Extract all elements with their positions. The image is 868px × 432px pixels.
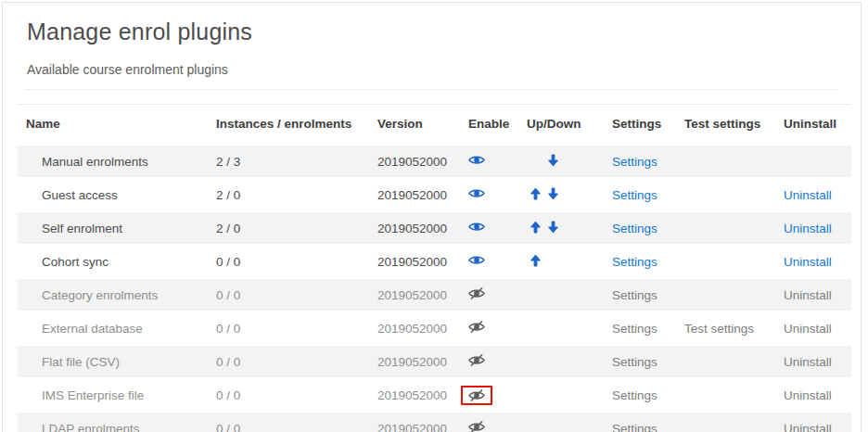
version-number: 2019052000 bbox=[377, 155, 447, 169]
column-header-testsettings: Test settings bbox=[684, 104, 784, 145]
plugin-name: Flat file (CSV) bbox=[42, 355, 120, 369]
plugin-name: Manual enrolments bbox=[42, 155, 148, 169]
plugin-name: Guest access bbox=[42, 188, 118, 202]
column-header-uninstall: Uninstall bbox=[784, 104, 851, 145]
arrow-up-icon[interactable] bbox=[530, 254, 542, 267]
instances-count: 0 / 0 bbox=[216, 322, 240, 336]
column-header-updown: Up/Down bbox=[527, 104, 612, 145]
settings-link[interactable]: Settings bbox=[612, 355, 657, 369]
uninstall-link[interactable]: Uninstall bbox=[784, 188, 832, 202]
version-number: 2019052000 bbox=[377, 322, 447, 336]
divider bbox=[25, 89, 838, 90]
version-number: 2019052000 bbox=[377, 388, 447, 402]
eye-slash-icon[interactable] bbox=[468, 389, 485, 401]
plugin-name: Self enrolment bbox=[42, 222, 122, 235]
uninstall-link[interactable]: Uninstall bbox=[784, 255, 832, 269]
plugin-name: LDAP enrolments bbox=[42, 422, 140, 432]
column-header-name: Name bbox=[18, 104, 216, 145]
eye-slash-icon[interactable] bbox=[468, 321, 485, 333]
settings-link[interactable]: Settings bbox=[612, 288, 657, 302]
plugin-name: Category enrolments bbox=[42, 288, 158, 302]
settings-link[interactable]: Settings bbox=[612, 188, 657, 202]
instances-count: 2 / 0 bbox=[216, 188, 240, 202]
settings-link[interactable]: Settings bbox=[612, 255, 657, 269]
version-number: 2019052000 bbox=[377, 355, 447, 369]
table-row: External database0 / 02019052000 Setting… bbox=[18, 311, 851, 345]
instances-count: 0 / 0 bbox=[216, 422, 240, 432]
eye-slash-icon[interactable] bbox=[468, 287, 485, 299]
instances-count: 2 / 3 bbox=[216, 155, 240, 169]
instances-count: 0 / 0 bbox=[216, 255, 240, 269]
highlight-box bbox=[461, 386, 492, 405]
version-number: 2019052000 bbox=[377, 422, 447, 432]
arrow-up-icon[interactable] bbox=[530, 221, 542, 234]
settings-link[interactable]: Settings bbox=[612, 422, 657, 432]
uninstall-link[interactable]: Uninstall bbox=[784, 288, 832, 302]
plugin-name: IMS Enterprise file bbox=[42, 388, 144, 402]
arrow-up-icon[interactable] bbox=[530, 187, 542, 200]
page-title: Manage enrol plugins bbox=[27, 17, 838, 46]
eye-icon[interactable] bbox=[468, 254, 485, 266]
table-row: LDAP enrolments0 / 02019052000 SettingsU… bbox=[18, 412, 851, 432]
settings-link[interactable]: Settings bbox=[612, 222, 657, 235]
test-settings-link[interactable]: Test settings bbox=[684, 322, 754, 336]
uninstall-link[interactable]: Uninstall bbox=[784, 355, 832, 369]
column-header-settings: Settings bbox=[612, 104, 684, 145]
settings-link[interactable]: Settings bbox=[612, 322, 657, 336]
arrow-down-icon[interactable] bbox=[547, 187, 559, 200]
content-card: Manage enrol plugins Available course en… bbox=[2, 2, 862, 432]
eye-icon[interactable] bbox=[468, 221, 485, 233]
column-header-instances: Instances / enrolments bbox=[216, 104, 377, 145]
eye-icon[interactable] bbox=[468, 187, 485, 199]
page-subtitle: Available course enrolment plugins bbox=[27, 61, 838, 80]
arrow-down-icon[interactable] bbox=[547, 221, 559, 234]
enrol-plugins-table: NameInstances / enrolmentsVersionEnableU… bbox=[18, 104, 851, 432]
table-header-row: NameInstances / enrolmentsVersionEnableU… bbox=[18, 104, 851, 145]
table-row: Guest access2 / 02019052000 SettingsUnin… bbox=[18, 178, 851, 211]
eye-slash-icon[interactable] bbox=[468, 354, 485, 366]
uninstall-link[interactable]: Uninstall bbox=[784, 222, 832, 235]
version-number: 2019052000 bbox=[377, 288, 447, 302]
column-header-enable: Enable bbox=[468, 104, 527, 145]
eye-slash-icon[interactable] bbox=[468, 421, 485, 432]
plugin-name: External database bbox=[42, 322, 143, 336]
version-number: 2019052000 bbox=[377, 222, 447, 235]
version-number: 2019052000 bbox=[377, 188, 447, 202]
arrow-down-icon[interactable] bbox=[547, 154, 559, 167]
settings-link[interactable]: Settings bbox=[612, 155, 657, 169]
uninstall-link[interactable]: Uninstall bbox=[784, 422, 832, 432]
uninstall-link[interactable]: Uninstall bbox=[784, 322, 832, 336]
table-row: Flat file (CSV)0 / 02019052000 SettingsU… bbox=[18, 345, 851, 378]
plugin-name: Cohort sync bbox=[42, 255, 108, 269]
table-row: Manual enrolments2 / 32019052000 Setting… bbox=[18, 145, 851, 178]
instances-count: 0 / 0 bbox=[216, 388, 240, 402]
table-row: IMS Enterprise file0 / 02019052000 Setti… bbox=[18, 378, 851, 412]
version-number: 2019052000 bbox=[377, 255, 447, 269]
table-row: Self enrolment2 / 02019052000 SettingsUn… bbox=[18, 211, 851, 245]
eye-icon[interactable] bbox=[468, 154, 485, 166]
settings-link[interactable]: Settings bbox=[612, 388, 657, 402]
table-row: Category enrolments0 / 02019052000 Setti… bbox=[18, 278, 851, 311]
instances-count: 2 / 0 bbox=[216, 222, 240, 235]
instances-count: 0 / 0 bbox=[216, 288, 240, 302]
instances-count: 0 / 0 bbox=[216, 355, 240, 369]
table-row: Cohort sync0 / 02019052000 SettingsUnins… bbox=[18, 245, 851, 278]
uninstall-link[interactable]: Uninstall bbox=[784, 388, 832, 402]
column-header-version: Version bbox=[377, 104, 468, 145]
